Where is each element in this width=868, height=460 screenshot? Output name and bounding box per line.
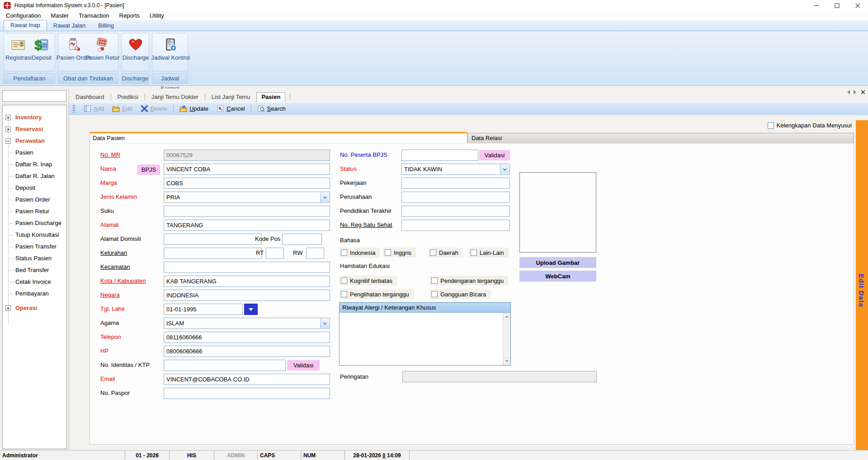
vertical-scrollbar[interactable] [503, 313, 510, 365]
doc-tab-prediksi[interactable]: Prediksi [116, 93, 140, 101]
perusahaan-field[interactable] [401, 192, 510, 203]
checkbox-bahasa-lain-lain[interactable]: Lain-Lain [469, 248, 509, 258]
pasien-retur-button[interactable]: Pasien Retur [88, 35, 117, 70]
close-button[interactable] [847, 0, 868, 11]
peringatan-field[interactable] [402, 371, 597, 382]
tab-data-pasien[interactable]: Data Pasien [90, 132, 467, 143]
tgl-lahir-field[interactable]: 01-01-1995 [164, 304, 243, 315]
jenis-kelamin-combo[interactable]: PRIA [164, 192, 330, 203]
tree-item-operasi[interactable]: +Operasi [3, 302, 66, 314]
no-peserta-bpjs-field[interactable] [401, 150, 478, 161]
doc-tab-dashboard[interactable]: Dashboard [74, 93, 106, 101]
scroll-up-button[interactable] [504, 313, 510, 320]
date-picker-button[interactable] [244, 304, 258, 315]
rw-field[interactable] [306, 248, 324, 259]
registrasi-button[interactable]: Registrasi [5, 35, 32, 70]
kelengkapan-checkbox[interactable]: Kelengkapan Data Menyusul [768, 122, 852, 129]
collapse-icon[interactable]: − [5, 138, 11, 144]
tab-scroll-right-button[interactable] [854, 90, 856, 94]
update-button[interactable]: Update [175, 103, 212, 114]
expand-icon[interactable]: + [5, 305, 11, 311]
kecamatan-field[interactable] [164, 262, 330, 273]
no-reg-satu-sehat-field[interactable] [401, 220, 510, 231]
checkbox-pendengaran-terganggu[interactable]: Pendengaran terganggu [429, 276, 508, 286]
no-mr-field[interactable]: 00067529 [164, 150, 330, 161]
riwayat-alergi-textarea[interactable] [340, 313, 503, 365]
chevron-down-icon[interactable] [320, 319, 329, 328]
sidebar-filter-input[interactable] [2, 90, 66, 102]
menu-master[interactable]: Master [46, 12, 74, 19]
suku-field[interactable] [164, 206, 330, 217]
menu-transaction[interactable]: Transaction [74, 12, 114, 19]
tree-item-pasien-discharge[interactable]: Pasien Discharge [3, 217, 66, 229]
tab-scroll-left-button[interactable] [847, 90, 850, 94]
checkbox-bahasa-indonesia[interactable]: Indonesia [339, 248, 380, 258]
toolbar-grip[interactable] [73, 105, 75, 113]
tree-item-daftar-r-jalan[interactable]: Daftar R. Jalan [3, 170, 66, 182]
discharge-button[interactable]: Discharge [122, 35, 149, 70]
ribbon-tab-rawat-inap[interactable]: Rawat Inap [4, 20, 47, 31]
tree-item-reservasi[interactable]: +Reservasi [3, 123, 66, 135]
tree-item-inventory[interactable]: +Inventory [3, 112, 66, 123]
email-field[interactable]: VINCENT@COBACOBA.CO.ID [164, 374, 330, 385]
scroll-down-button[interactable] [504, 358, 510, 365]
status-combo[interactable]: TIDAK KAWIN [401, 164, 510, 175]
validasi-ktp-button[interactable]: Validasi [287, 360, 320, 371]
kelurahan-field[interactable] [164, 248, 262, 259]
tree-item-status-pasien[interactable]: Status Pasien [3, 253, 66, 264]
tree-item-daftar-r-inap[interactable]: Daftar R. Inap [3, 159, 66, 170]
doc-tab-janji-temu-dokter[interactable]: Janji Temu Dokter [150, 93, 200, 101]
kode-pos-field[interactable] [282, 234, 322, 245]
pasien-order-button[interactable]: Pasien Order [59, 35, 88, 70]
bpjs-button[interactable]: BPJS [137, 164, 160, 175]
checkbox-gangguan-bicara[interactable]: Gangguan Bicara [429, 289, 491, 299]
upload-gambar-button[interactable]: Upload Gambar [519, 257, 596, 268]
tree-item-pembayaran[interactable]: Pembayaran [3, 288, 66, 300]
checkbox-bahasa-daerah[interactable]: Daerah [428, 248, 463, 258]
chevron-down-icon[interactable] [500, 164, 509, 174]
menu-configuration[interactable]: Configuration [1, 12, 46, 19]
checkbox-penglihatan-terganggu[interactable]: Penglihatan terganggu [339, 289, 414, 299]
telepon-field[interactable]: 08116060666 [164, 332, 330, 343]
tree-item-pasien-transfer[interactable]: Pasien Transfer [3, 241, 66, 253]
menu-utility[interactable]: Utility [145, 12, 169, 19]
tab-close-button[interactable] [861, 90, 865, 94]
deposit-button[interactable]: $ Deposit [29, 35, 54, 70]
marga-field[interactable]: COBS [164, 178, 330, 189]
doc-tab-list-janji-temu[interactable]: List Janji Temu [210, 93, 252, 101]
menu-reports[interactable]: Reports [114, 12, 145, 19]
add-button[interactable]: Add [80, 103, 108, 114]
alamat-field[interactable]: TANGERANG [164, 220, 330, 231]
expand-icon[interactable]: + [5, 127, 11, 132]
webcam-button[interactable]: WebCam [519, 271, 596, 282]
hp-field[interactable]: 08006060666 [164, 346, 330, 357]
tree-item-tutup-konsultasi[interactable]: Tutup Konsultasi [3, 229, 66, 241]
ribbon-tab-rawat-jalan[interactable]: Rawat Jalan [47, 21, 92, 31]
kota-kabupaten-field[interactable]: KAB TANGERANG [164, 276, 330, 287]
negara-field[interactable]: INDONESIA [164, 290, 330, 301]
maximize-button[interactable] [826, 0, 847, 11]
edit-data-strip[interactable]: Edit Data [856, 120, 868, 450]
expand-icon[interactable]: + [5, 115, 11, 120]
ribbon-tab-billing[interactable]: Billing [92, 21, 120, 31]
tree-item-bed-transfer[interactable]: Bed Transfer [3, 264, 66, 276]
tree-item-pasien-retur[interactable]: Pasien Retur [3, 206, 66, 217]
agama-combo[interactable]: ISLAM [164, 318, 330, 329]
tree-item-pasien-order[interactable]: Pasien Order [3, 194, 66, 206]
minimize-button[interactable] [806, 0, 826, 11]
checkbox-kognitif-terbatas[interactable]: Kognitif terbatas [339, 276, 397, 286]
chevron-down-icon[interactable] [320, 192, 329, 202]
pekerjaan-field[interactable] [401, 178, 510, 189]
checkbox-bahasa-inggris[interactable]: Inggris [383, 248, 416, 258]
tab-data-relasi[interactable]: Data Relasi [467, 133, 854, 143]
jadwal-kontrol-button[interactable]: Jadwal Kontrol [154, 35, 187, 70]
doc-tab-pasien[interactable]: Pasien [256, 92, 285, 102]
cancel-button[interactable]: Cancel [212, 103, 249, 114]
search-button[interactable]: Search [253, 103, 290, 114]
pendidikan-terakhir-field[interactable] [401, 206, 510, 217]
no-paspor-field[interactable] [164, 388, 330, 399]
validasi-bpjs-button[interactable]: Validasi [479, 150, 510, 160]
alamat-domisili-field[interactable] [164, 234, 262, 245]
rt-field[interactable] [266, 248, 284, 259]
delete-button[interactable]: Delete [137, 103, 172, 114]
